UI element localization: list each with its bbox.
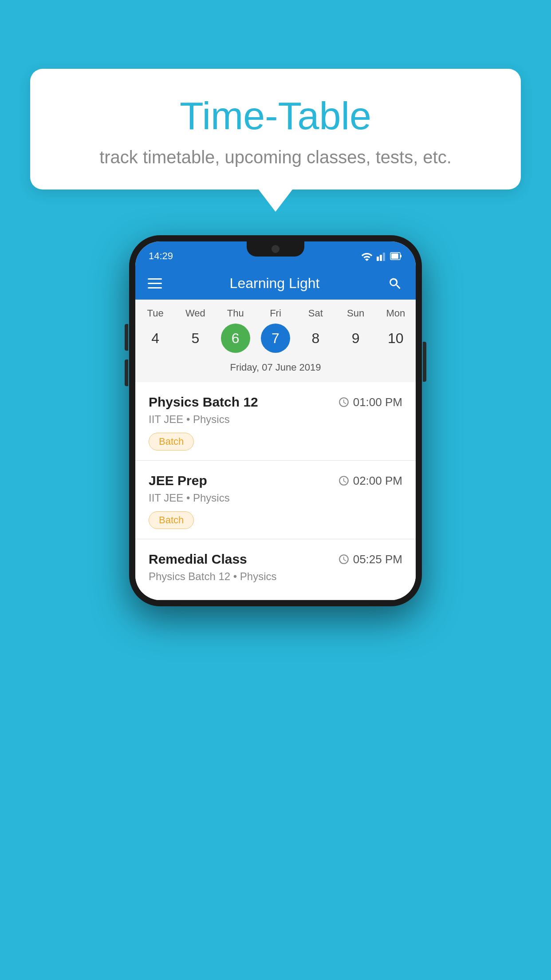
- phone-notch: [247, 241, 304, 257]
- clock-icon-3: [338, 553, 350, 565]
- status-time: 14:29: [149, 250, 173, 262]
- status-icons: [361, 251, 402, 261]
- class-name-1: Physics Batch 12: [149, 395, 258, 410]
- signal-icon: [377, 251, 386, 261]
- speech-bubble: Time-Table track timetable, upcoming cla…: [30, 69, 521, 190]
- day-8[interactable]: 8: [295, 324, 335, 353]
- phone-wrapper: 14:29: [129, 235, 422, 606]
- speech-bubble-subtitle: track timetable, upcoming classes, tests…: [57, 147, 494, 167]
- svg-rect-1: [380, 255, 382, 261]
- batch-badge-2: Batch: [149, 511, 194, 529]
- wifi-icon: [361, 251, 373, 261]
- class-header-3: Remedial Class 05:25 PM: [149, 552, 402, 567]
- day-9[interactable]: 9: [335, 324, 375, 353]
- class-time-1: 01:00 PM: [338, 395, 402, 409]
- day-label-thu[interactable]: Thu: [216, 308, 256, 319]
- day-7-selected[interactable]: 7: [261, 324, 290, 353]
- day-label-sat[interactable]: Sat: [295, 308, 335, 319]
- class-time-text-2: 02:00 PM: [353, 474, 402, 488]
- search-button[interactable]: [387, 276, 403, 292]
- classes-list: Physics Batch 12 01:00 PM IIT JEE • Phys…: [135, 382, 416, 600]
- day-numbers: 4 5 6 7 8 9 10: [135, 324, 416, 353]
- class-time-text-1: 01:00 PM: [353, 395, 402, 409]
- class-subject-3: Physics Batch 12 • Physics: [149, 570, 402, 583]
- day-labels: Tue Wed Thu Fri Sat Sun Mon: [135, 308, 416, 319]
- day-label-wed[interactable]: Wed: [175, 308, 215, 319]
- search-icon: [388, 276, 403, 291]
- phone-screen: 14:29: [135, 241, 416, 600]
- selected-date-label: Friday, 07 June 2019: [135, 359, 416, 378]
- battery-icon: [390, 251, 402, 261]
- class-name-2: JEE Prep: [149, 473, 207, 488]
- app-bar: Learning Light: [135, 267, 416, 300]
- day-6-today[interactable]: 6: [221, 324, 250, 353]
- volume-down-button: [125, 360, 128, 386]
- phone-frame: 14:29: [129, 235, 422, 606]
- day-4[interactable]: 4: [135, 324, 175, 353]
- class-subject-1: IIT JEE • Physics: [149, 413, 402, 426]
- class-subject-2: IIT JEE • Physics: [149, 492, 402, 504]
- front-camera: [272, 245, 279, 253]
- hamburger-menu-button[interactable]: [148, 278, 162, 288]
- day-label-tue[interactable]: Tue: [135, 308, 175, 319]
- power-button: [423, 342, 426, 382]
- clock-icon-1: [338, 396, 350, 408]
- day-label-sun[interactable]: Sun: [335, 308, 375, 319]
- calendar-strip: Tue Wed Thu Fri Sat Sun Mon 4 5 6 7 8 9 …: [135, 300, 416, 382]
- class-time-2: 02:00 PM: [338, 474, 402, 488]
- class-header-2: JEE Prep 02:00 PM: [149, 473, 402, 488]
- svg-rect-0: [377, 257, 379, 261]
- day-label-fri[interactable]: Fri: [256, 308, 295, 319]
- svg-rect-5: [391, 253, 398, 259]
- class-time-3: 05:25 PM: [338, 553, 402, 566]
- class-name-3: Remedial Class: [149, 552, 247, 567]
- day-5[interactable]: 5: [175, 324, 215, 353]
- svg-rect-4: [400, 255, 401, 257]
- volume-up-button: [125, 324, 128, 351]
- class-header-1: Physics Batch 12 01:00 PM: [149, 395, 402, 410]
- class-item-3[interactable]: Remedial Class 05:25 PM Physics Batch 12…: [135, 539, 416, 600]
- app-bar-title: Learning Light: [230, 275, 320, 292]
- class-item-1[interactable]: Physics Batch 12 01:00 PM IIT JEE • Phys…: [135, 382, 416, 461]
- class-time-text-3: 05:25 PM: [353, 553, 402, 566]
- day-label-mon[interactable]: Mon: [376, 308, 416, 319]
- batch-badge-1: Batch: [149, 433, 194, 450]
- speech-bubble-title: Time-Table: [57, 93, 494, 138]
- day-10[interactable]: 10: [376, 324, 416, 353]
- class-item-2[interactable]: JEE Prep 02:00 PM IIT JEE • Physics Batc…: [135, 461, 416, 539]
- svg-rect-2: [383, 253, 385, 261]
- clock-icon-2: [338, 475, 350, 486]
